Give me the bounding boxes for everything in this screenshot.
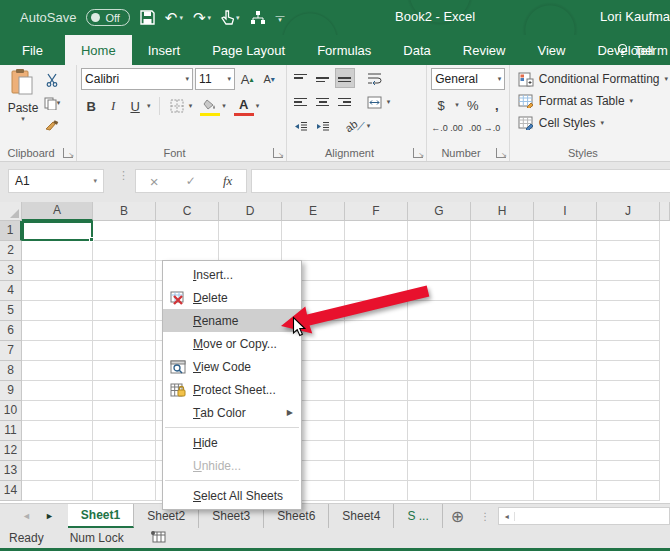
cell-I8[interactable] (534, 361, 597, 381)
cell-G6[interactable] (408, 321, 471, 341)
column-header-c[interactable]: C (156, 202, 219, 221)
cell-A12[interactable] (22, 441, 93, 461)
middle-align-button[interactable] (313, 68, 333, 88)
cell-B2[interactable] (93, 241, 156, 261)
menu-item-hide[interactable]: Hide (163, 431, 301, 454)
cell-H12[interactable] (471, 441, 534, 461)
format-as-table-button[interactable]: Format as Table▾ (518, 90, 668, 112)
cell-F1[interactable] (345, 221, 408, 241)
cell-G13[interactable] (408, 461, 471, 481)
cell-H8[interactable] (471, 361, 534, 381)
number-dialog-launcher[interactable] (496, 148, 506, 158)
font-dialog-launcher[interactable] (273, 148, 283, 158)
tabbar-resize-handle[interactable]: ⋮ (472, 504, 498, 528)
cell-I1[interactable] (534, 221, 597, 241)
menu-item-delete[interactable]: Delete (163, 286, 301, 309)
increase-decimal-button[interactable]: ←.0 .00 (431, 118, 463, 138)
cell-G12[interactable] (408, 441, 471, 461)
cell-I3[interactable] (534, 261, 597, 281)
paste-button[interactable]: Paste ▾ (4, 68, 42, 123)
cell-E1[interactable] (282, 221, 345, 241)
cell-A13[interactable] (22, 461, 93, 481)
formula-input[interactable] (251, 169, 670, 193)
column-header-e[interactable]: E (282, 202, 345, 221)
tab-view[interactable]: View (521, 35, 581, 65)
clipboard-dialog-launcher[interactable] (63, 148, 73, 158)
cell-A5[interactable] (22, 301, 93, 321)
menu-item-view-code[interactable]: View Code (163, 355, 301, 378)
row-header-10[interactable]: 10 (0, 401, 22, 421)
row-header-5[interactable]: 5 (0, 301, 22, 321)
cell-G10[interactable] (408, 401, 471, 421)
column-header-a[interactable]: A (22, 202, 93, 221)
row-header-4[interactable]: 4 (0, 281, 22, 301)
paste-dropdown-icon[interactable]: ▾ (4, 115, 42, 123)
cell-H14[interactable] (471, 481, 534, 501)
cell-J6[interactable] (597, 321, 660, 341)
cell-J1[interactable] (597, 221, 660, 241)
cell-I5[interactable] (534, 301, 597, 321)
alignment-dialog-launcher[interactable] (413, 148, 423, 158)
cell-F7[interactable] (345, 341, 408, 361)
cell-D2[interactable] (219, 241, 282, 261)
cell-H2[interactable] (471, 241, 534, 261)
cell-F12[interactable] (345, 441, 408, 461)
column-header-h[interactable]: H (471, 202, 534, 221)
cell-B3[interactable] (93, 261, 156, 281)
borders-button[interactable] (167, 96, 187, 116)
cell-H9[interactable] (471, 381, 534, 401)
bold-button[interactable]: B (81, 96, 101, 116)
cancel-button[interactable]: × (150, 173, 159, 190)
sheet-tab-sheet1[interactable]: Sheet1 (68, 504, 134, 528)
cell-H1[interactable] (471, 221, 534, 241)
menu-item-move-or-copy[interactable]: Move or Copy... (163, 332, 301, 355)
row-header-6[interactable]: 6 (0, 321, 22, 341)
row-header-14[interactable]: 14 (0, 481, 22, 501)
new-sheet-button[interactable]: ⊕ (443, 504, 472, 528)
accounting-dropdown-icon[interactable]: ▾ (455, 101, 459, 109)
cut-button[interactable] (42, 70, 62, 90)
cell-B5[interactable] (93, 301, 156, 321)
decrease-indent-button[interactable] (291, 116, 311, 136)
cell-F4[interactable] (345, 281, 408, 301)
cell-B9[interactable] (93, 381, 156, 401)
cell-G2[interactable] (408, 241, 471, 261)
customize-qat-button[interactable]: —▾ (276, 14, 285, 22)
cell-B1[interactable] (93, 221, 156, 241)
top-align-button[interactable] (291, 68, 311, 88)
cell-G5[interactable] (408, 301, 471, 321)
cell-I4[interactable] (534, 281, 597, 301)
column-header-f[interactable]: F (345, 202, 408, 221)
cell-I13[interactable] (534, 461, 597, 481)
cell-B11[interactable] (93, 421, 156, 441)
menu-item-protect-sheet[interactable]: Protect Sheet... (163, 378, 301, 401)
increase-font-button[interactable]: A▴ (237, 69, 257, 89)
column-header-i[interactable]: I (534, 202, 597, 221)
cell-A10[interactable] (22, 401, 93, 421)
cell-A6[interactable] (22, 321, 93, 341)
cell-G14[interactable] (408, 481, 471, 501)
name-box-resize-handle[interactable]: ⋮ (118, 173, 129, 178)
sheet-tab-s[interactable]: S ... (394, 504, 442, 528)
cell-G8[interactable] (408, 361, 471, 381)
cell-B14[interactable] (93, 481, 156, 501)
column-header-d[interactable]: D (219, 202, 282, 221)
cell-A8[interactable] (22, 361, 93, 381)
menu-item-rename[interactable]: Rename (163, 309, 301, 332)
user-account[interactable]: Lori Kaufman (600, 9, 670, 24)
cell-B7[interactable] (93, 341, 156, 361)
cell-B12[interactable] (93, 441, 156, 461)
cell-A9[interactable] (22, 381, 93, 401)
orientation-button[interactable]: ab⟋ (345, 116, 365, 136)
cell-A11[interactable] (22, 421, 93, 441)
font-size-combo[interactable]: 11▾ (195, 68, 235, 90)
sheet-tab-sheet4[interactable]: Sheet4 (329, 504, 394, 528)
cell-F2[interactable] (345, 241, 408, 261)
number-format-combo[interactable]: General▾ (431, 68, 505, 90)
bottom-align-button[interactable] (335, 68, 355, 88)
redo-dropdown-icon[interactable]: ▾ (208, 14, 212, 22)
copy-button[interactable]: ▾ (42, 93, 62, 113)
tab-scroll-right-icon[interactable]: ► (45, 511, 54, 521)
cell-E2[interactable] (282, 241, 345, 261)
macro-record-button[interactable] (150, 530, 166, 546)
